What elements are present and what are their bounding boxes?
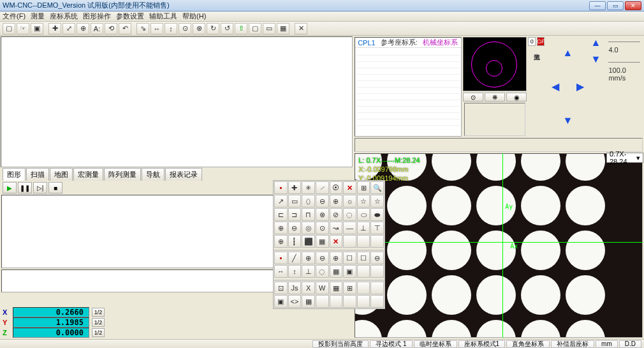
palette-tool-icon[interactable]: ⊥ bbox=[302, 265, 315, 278]
palette-tool-icon[interactable]: W bbox=[316, 282, 329, 294]
palette-tool-icon[interactable]: ⬭ bbox=[357, 208, 370, 221]
scope-btn2-icon[interactable]: ❋ bbox=[485, 93, 505, 102]
menu-file[interactable]: 文件(F) bbox=[3, 11, 26, 21]
palette-tool-icon[interactable]: Js bbox=[288, 282, 302, 294]
status-temp[interactable]: 临时坐标系 bbox=[414, 340, 457, 348]
tb-cw-icon[interactable]: ↻ bbox=[207, 23, 219, 34]
palette-tool-icon[interactable] bbox=[357, 235, 370, 248]
tb-tool-icon[interactable]: ✕ bbox=[295, 23, 307, 34]
palette-tool-icon[interactable]: ― bbox=[343, 222, 356, 234]
z-half-button[interactable]: 1/2 bbox=[92, 328, 105, 337]
palette-tool-icon[interactable]: ⟋ bbox=[316, 181, 329, 194]
palette-tool-icon[interactable] bbox=[370, 282, 384, 294]
minimize-button[interactable] bbox=[589, 1, 606, 10]
palette-tool-icon[interactable]: ⊖ bbox=[316, 195, 329, 208]
status-rect[interactable]: 直角坐标系 bbox=[506, 340, 550, 348]
tab-scan[interactable]: 扫描 bbox=[26, 168, 49, 181]
jog-right-icon[interactable]: ▶ bbox=[574, 71, 585, 103]
stop-button[interactable]: ■ bbox=[48, 182, 62, 193]
palette-tool-icon[interactable]: • bbox=[274, 181, 288, 194]
x-half-button[interactable]: 1/2 bbox=[92, 308, 105, 317]
next-button[interactable]: ▷| bbox=[33, 182, 47, 193]
palette-tool-icon[interactable]: ◌ bbox=[343, 208, 356, 221]
zoom-dropdown[interactable]: 0.7X-28.24▾ bbox=[606, 153, 643, 163]
jog-left-icon[interactable]: ◀ bbox=[550, 71, 560, 103]
tb-new-icon[interactable]: ▢ bbox=[3, 23, 15, 34]
palette-tool-icon[interactable] bbox=[316, 295, 329, 308]
palette-tool-icon[interactable]: ╱ bbox=[288, 252, 302, 264]
palette-tool-icon[interactable]: ▦ bbox=[330, 265, 343, 278]
tab-macro[interactable]: 宏测量 bbox=[73, 168, 103, 181]
menu-measure[interactable]: 测量 bbox=[31, 11, 45, 21]
palette-tool-icon[interactable] bbox=[357, 282, 370, 294]
palette-tool-icon[interactable]: ↗ bbox=[274, 195, 288, 208]
jog-z-down-icon[interactable]: ▼ bbox=[591, 54, 601, 65]
palette-tool-icon[interactable]: ▣ bbox=[274, 295, 288, 308]
palette-tool-icon[interactable]: • bbox=[274, 252, 288, 264]
status-edge[interactable]: 寻边模式 1 bbox=[370, 340, 412, 348]
status-dd[interactable]: D.D bbox=[619, 340, 641, 348]
palette-tool-icon[interactable]: ▦ bbox=[316, 235, 329, 248]
palette-tool-icon[interactable]: ⦿ bbox=[330, 181, 343, 194]
palette-tool-icon[interactable]: ⊞ bbox=[343, 282, 356, 294]
palette-tool-icon[interactable]: ┇ bbox=[288, 235, 302, 248]
palette-tool-icon[interactable]: ▭ bbox=[288, 195, 302, 208]
palette-tool-icon[interactable]: ⊡ bbox=[274, 282, 288, 294]
tb-grid-icon[interactable]: ▦ bbox=[277, 23, 289, 34]
palette-tool-icon[interactable]: ◌ bbox=[316, 265, 329, 278]
palette-tool-icon[interactable] bbox=[370, 265, 384, 278]
palette-tool-icon[interactable]: ↝ bbox=[330, 222, 343, 234]
status-project[interactable]: 投影到当前高度 bbox=[312, 340, 369, 348]
jog-gf[interactable]: GF bbox=[537, 37, 545, 46]
palette-tool-icon[interactable]: ▦ bbox=[330, 282, 343, 294]
palette-tool-icon[interactable]: ⊓ bbox=[302, 208, 315, 221]
play-button[interactable]: ▶ bbox=[3, 182, 17, 193]
cpl-list[interactable] bbox=[355, 48, 461, 127]
speed-slider-2[interactable] bbox=[608, 57, 640, 63]
jog-down-icon[interactable]: ▼ bbox=[562, 104, 573, 137]
tb-h-icon[interactable]: ↔ bbox=[150, 23, 163, 34]
palette-tool-icon[interactable]: ☼ bbox=[343, 195, 356, 208]
palette-tool-icon[interactable]: ⬛ bbox=[302, 235, 315, 248]
menu-params[interactable]: 参数设置 bbox=[116, 11, 144, 21]
palette-tool-icon[interactable]: ⊗ bbox=[316, 208, 329, 221]
palette-tool-icon[interactable]: ⊖ bbox=[316, 252, 329, 264]
tab-graphic[interactable]: 图形 bbox=[3, 168, 26, 181]
palette-tool-icon[interactable]: ✕ bbox=[330, 235, 343, 248]
palette-tool-icon[interactable]: ⬯ bbox=[302, 195, 315, 208]
menu-graphic[interactable]: 图形操作 bbox=[83, 11, 111, 21]
palette-tool-icon[interactable]: ☐ bbox=[357, 252, 370, 264]
jog-up-icon[interactable]: ▲ bbox=[562, 37, 573, 70]
tb-ccw-icon[interactable]: ↺ bbox=[221, 23, 233, 34]
palette-tool-icon[interactable]: ☆ bbox=[357, 195, 370, 208]
menu-help[interactable]: 帮助(H) bbox=[182, 11, 206, 21]
palette-tool-icon[interactable]: ⊐ bbox=[288, 208, 302, 221]
palette-tool-icon[interactable]: ⊕ bbox=[302, 252, 315, 264]
palette-tool-icon[interactable] bbox=[357, 265, 370, 278]
tb-arrow-icon[interactable]: ⇘ bbox=[136, 23, 149, 34]
palette-tool-icon[interactable]: ⊕ bbox=[274, 222, 288, 234]
tb-v-icon[interactable]: ↕ bbox=[165, 23, 177, 34]
palette-tool-icon[interactable]: ⊥ bbox=[357, 222, 370, 234]
tab-report[interactable]: 报表记录 bbox=[165, 168, 202, 181]
pause-button[interactable]: ❚❚ bbox=[18, 182, 32, 193]
tb-redo-icon[interactable]: ↶ bbox=[119, 23, 131, 34]
palette-tool-icon[interactable] bbox=[343, 295, 356, 308]
scope-btn3-icon[interactable]: ◉ bbox=[506, 93, 527, 102]
palette-tool-icon[interactable] bbox=[370, 295, 384, 308]
maximize-button[interactable] bbox=[607, 1, 624, 10]
tb-zoom-icon[interactable]: ⤢ bbox=[62, 23, 75, 34]
status-coordmode[interactable]: 座标系模式1 bbox=[458, 340, 506, 348]
palette-tool-icon[interactable]: ⊖ bbox=[288, 222, 302, 234]
palette-tool-icon[interactable]: ⊕ bbox=[330, 252, 343, 264]
tb-rect1-icon[interactable]: ▢ bbox=[249, 23, 261, 34]
close-button[interactable] bbox=[625, 1, 641, 10]
palette-tool-icon[interactable]: ▣ bbox=[343, 265, 356, 278]
jog-zero[interactable]: 0 bbox=[528, 37, 536, 46]
tb-target-icon[interactable]: ⊕ bbox=[77, 23, 89, 34]
palette-tool-icon[interactable]: ⊘ bbox=[330, 208, 343, 221]
menu-tools[interactable]: 辅助工具 bbox=[149, 11, 177, 21]
palette-tool-icon[interactable]: ☆ bbox=[370, 195, 384, 208]
palette-tool-icon[interactable] bbox=[343, 235, 356, 248]
palette-tool-icon[interactable] bbox=[357, 295, 370, 308]
